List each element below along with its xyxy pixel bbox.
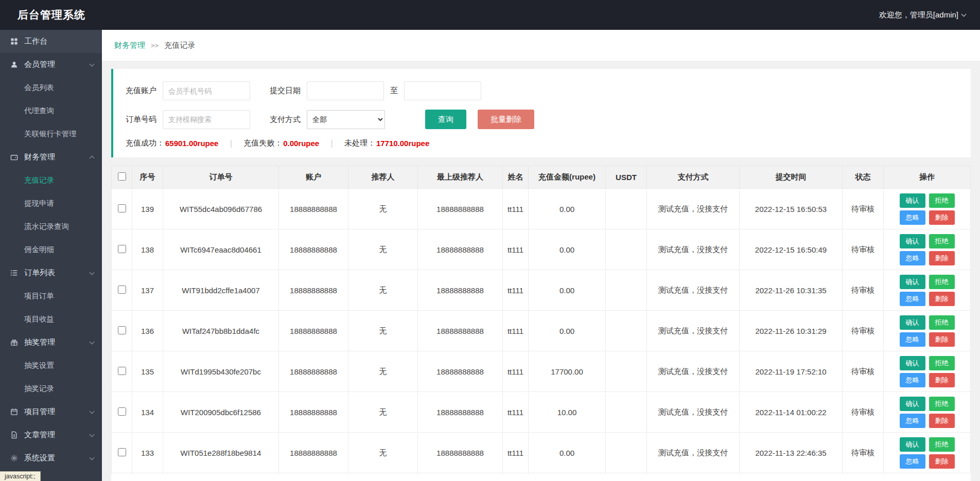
row-actions: 确认拒绝忽略删除 — [896, 397, 958, 428]
reject-button[interactable]: 拒绝 — [929, 315, 955, 330]
sidebar-subitem[interactable]: 抽奖记录 — [0, 377, 102, 400]
sidebar-subitem[interactable]: 提现申请 — [0, 192, 102, 215]
ignore-button[interactable]: 忽略 — [900, 210, 925, 225]
breadcrumb-parent-link[interactable]: 财务管理 — [114, 41, 145, 50]
wallet-icon — [10, 153, 19, 162]
column-header: 操作 — [884, 166, 971, 189]
reject-button[interactable]: 拒绝 — [929, 275, 955, 289]
row-checkbox[interactable] — [118, 286, 126, 294]
query-button[interactable]: 查询 — [425, 110, 466, 129]
reject-button[interactable]: 拒绝 — [929, 437, 955, 452]
sidebar-subitem[interactable]: 会员列表 — [0, 76, 102, 99]
row-actions: 确认拒绝忽略删除 — [896, 234, 958, 265]
row-checkbox[interactable] — [118, 245, 126, 253]
confirm-button[interactable]: 确认 — [900, 437, 925, 452]
pay-method-select[interactable]: 全部 — [307, 110, 385, 129]
status-badge: 待审核 — [843, 189, 884, 229]
cell-top-referrer: 18888888888 — [418, 270, 503, 311]
sidebar-item-lottery[interactable]: 抽奖管理 — [0, 331, 102, 354]
sidebar-subitem[interactable]: 佣金明细 — [0, 238, 102, 261]
account-label: 充值账户 — [126, 86, 156, 96]
sidebar-subitem[interactable]: 充值记录 — [0, 169, 102, 192]
column-header: 订单号 — [163, 166, 279, 189]
sidebar-subitem-label: 会员列表 — [24, 83, 54, 93]
sidebar-item-orders[interactable]: 订单列表 — [0, 261, 102, 284]
sidebar-item-system[interactable]: 系统设置 — [0, 447, 102, 470]
delete-button[interactable]: 删除 — [929, 210, 955, 225]
delete-button[interactable]: 删除 — [929, 292, 955, 306]
ignore-button[interactable]: 忽略 — [900, 251, 925, 265]
row-actions: 确认拒绝忽略删除 — [896, 193, 958, 225]
ignore-button[interactable]: 忽略 — [900, 332, 925, 347]
date-to-input[interactable] — [404, 81, 481, 100]
cell-account: 18888888888 — [279, 392, 348, 433]
cell-account: 18888888888 — [279, 311, 348, 351]
cell-order-no: WIT55dc4ab096d67786 — [163, 189, 279, 229]
delete-button[interactable]: 删除 — [929, 454, 955, 469]
chevron-down-icon — [90, 455, 95, 460]
sidebar-item-label: 订单列表 — [24, 268, 90, 278]
delete-button[interactable]: 删除 — [929, 373, 955, 387]
sidebar-subitem[interactable]: 关联银行卡管理 — [0, 122, 102, 146]
cell-time: 2022-11-19 17:52:10 — [740, 351, 843, 392]
batch-delete-button[interactable]: 批量删除 — [478, 110, 534, 129]
breadcrumb: 财务管理 >> 充值记录 — [102, 30, 980, 61]
confirm-button[interactable]: 确认 — [900, 356, 925, 370]
sidebar-subitem[interactable]: 项目订单 — [0, 284, 102, 308]
sidebar-item-members[interactable]: 会员管理 — [0, 53, 102, 76]
sidebar-item-workbench[interactable]: 工作台 — [0, 30, 102, 53]
chevron-up-icon — [90, 156, 95, 161]
table-head-row: 序号订单号账户推荐人最上级推荐人姓名充值金额(rupee)USDT支付方式提交时… — [112, 166, 971, 189]
reject-button[interactable]: 拒绝 — [929, 234, 955, 248]
confirm-button[interactable]: 确认 — [900, 275, 925, 289]
reject-button[interactable]: 拒绝 — [929, 397, 955, 411]
row-checkbox[interactable] — [118, 367, 126, 375]
order-input[interactable] — [163, 110, 250, 129]
date-from-input[interactable] — [307, 81, 384, 100]
cell-amount: 0.00 — [529, 311, 606, 351]
cell-name: tt111 — [503, 311, 529, 351]
confirm-button[interactable]: 确认 — [900, 315, 925, 330]
sidebar-subitem[interactable]: 代理查询 — [0, 99, 102, 122]
cell-amount: 0.00 — [529, 433, 606, 473]
ignore-button[interactable]: 忽略 — [900, 414, 925, 428]
sidebar-subitem[interactable]: 流水记录查询 — [0, 215, 102, 238]
row-checkbox[interactable] — [118, 204, 126, 212]
status-badge: 待审核 — [843, 311, 884, 351]
sidebar-item-label: 系统设置 — [24, 453, 90, 463]
sidebar-subitem[interactable]: 项目收益 — [0, 308, 102, 331]
ignore-button[interactable]: 忽略 — [900, 292, 925, 306]
ignore-button[interactable]: 忽略 — [900, 373, 925, 387]
cell-order-no: WIT051e288f18be9814 — [163, 433, 279, 473]
row-checkbox[interactable] — [118, 326, 126, 334]
reject-button[interactable]: 拒绝 — [929, 356, 955, 370]
confirm-button[interactable]: 确认 — [900, 193, 925, 208]
cell-account: 18888888888 — [279, 270, 348, 311]
cell-top-referrer: 18888888888 — [418, 351, 503, 392]
delete-button[interactable]: 删除 — [929, 414, 955, 428]
cell-amount: 17700.00 — [529, 351, 606, 392]
sidebar-item-articles[interactable]: 文章管理 — [0, 423, 102, 447]
sidebar-subitem[interactable]: 抽奖设置 — [0, 354, 102, 377]
confirm-button[interactable]: 确认 — [900, 234, 925, 248]
user-menu[interactable]: 欢迎您，管理员[admin] — [879, 10, 966, 20]
chevron-down-icon — [90, 61, 95, 66]
sidebar-item-projects[interactable]: 项目管理 — [0, 400, 102, 423]
reject-button[interactable]: 拒绝 — [929, 193, 955, 208]
row-actions: 确认拒绝忽略删除 — [896, 437, 958, 469]
select-all-checkbox[interactable] — [118, 172, 126, 181]
row-checkbox[interactable] — [118, 448, 126, 456]
delete-button[interactable]: 删除 — [929, 251, 955, 265]
delete-button[interactable]: 删除 — [929, 332, 955, 347]
cell-name: tt111 — [503, 392, 529, 433]
cell-amount: 0.00 — [529, 189, 606, 229]
cell-usdt — [606, 311, 647, 351]
confirm-button[interactable]: 确认 — [900, 397, 925, 411]
row-checkbox[interactable] — [118, 407, 126, 416]
account-input[interactable] — [163, 81, 250, 100]
sidebar-item-finance[interactable]: 财务管理 — [0, 146, 102, 169]
summary-separator: ｜ — [227, 138, 235, 148]
breadcrumb-separator: >> — [151, 42, 159, 49]
ignore-button[interactable]: 忽略 — [900, 454, 925, 469]
cell-seq: 135 — [132, 351, 163, 392]
